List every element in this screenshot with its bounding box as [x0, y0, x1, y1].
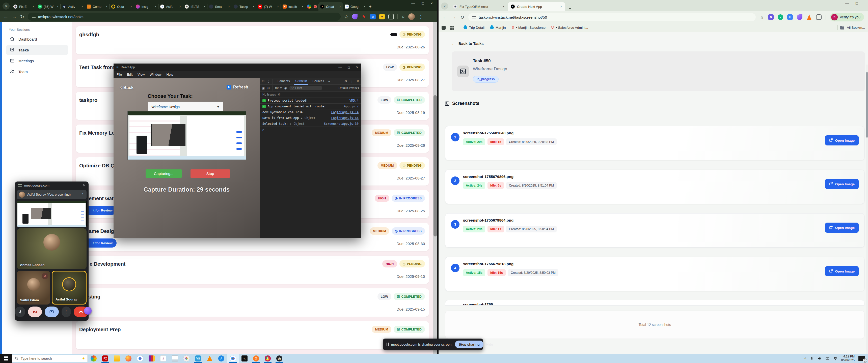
tab-close-icon[interactable]: ×: [364, 4, 366, 8]
tab-search-icon[interactable]: ∨: [2, 2, 9, 9]
close-button[interactable]: ×: [431, 1, 433, 5]
minimize-button[interactable]: —: [845, 1, 849, 5]
scrollbar[interactable]: [866, 65, 868, 354]
browser-tab[interactable]: ▲Create Next App×: [508, 2, 565, 11]
bangla-extension-icon[interactable]: বং: [379, 14, 385, 20]
console-prompt[interactable]: >: [260, 127, 361, 133]
tab-close-icon[interactable]: ×: [130, 4, 132, 8]
browser-tab[interactable]: Sma×: [208, 2, 232, 11]
pen-extension-icon[interactable]: ✎: [361, 14, 367, 20]
start-button[interactable]: [0, 354, 12, 363]
tab-close-icon[interactable]: ×: [560, 4, 562, 8]
all-bookmarks[interactable]: All Bookm...: [847, 26, 865, 30]
sidebar-item-team[interactable]: Team: [6, 67, 68, 77]
task-card[interactable]: Deployment PrepMEDIUM☑COMPLETEDDue: 2025…: [76, 321, 429, 350]
scrollbar[interactable]: [433, 22, 437, 354]
browser-tab[interactable]: ▲Creat×: [318, 2, 343, 11]
open-image-button[interactable]: Open Image: [825, 223, 859, 233]
chrome-profile2-taskbar-button[interactable]: S: [262, 354, 274, 363]
browser-tab[interactable]: ✳Fix TypeORM error×: [450, 2, 508, 11]
site-settings-icon[interactable]: [472, 16, 476, 19]
new-tab-button[interactable]: +: [367, 2, 376, 11]
vscode-taskbar-button[interactable]: VS: [192, 354, 204, 363]
reading-list-icon[interactable]: [441, 26, 445, 30]
participant-tile[interactable]: Saiful Islam: [17, 271, 50, 304]
tab-close-icon[interactable]: ×: [179, 4, 181, 8]
devtools-tab-elements[interactable]: Elements: [276, 78, 291, 85]
browser-tab[interactable]: [305, 2, 318, 11]
scrollbar-thumb[interactable]: [866, 72, 868, 138]
sidebar-toggle-icon[interactable]: ▣: [262, 86, 265, 90]
stop-button[interactable]: Stop: [190, 169, 230, 178]
bookmark-item[interactable]: Trip Detail: [464, 26, 485, 30]
scrollbar-thumb[interactable]: [434, 95, 437, 236]
menu-kebab-icon[interactable]: ⋮: [418, 14, 423, 20]
mic-button[interactable]: [15, 306, 25, 317]
browser-tab[interactable]: 20Goog×: [343, 2, 367, 11]
green-extension-icon[interactable]: ◑: [778, 14, 783, 20]
source-link[interactable]: LoginPage.js:14: [331, 110, 359, 114]
chrome-profile-taskbar-button[interactable]: [227, 354, 239, 363]
levels-dropdown[interactable]: Default levels ▾: [339, 86, 359, 90]
menu-help[interactable]: Help: [166, 73, 173, 76]
devtools-tab-sources[interactable]: Sources: [311, 78, 325, 85]
source-link[interactable]: VM5:4: [349, 99, 359, 102]
task-card[interactable]: stingLOW☑COMPLETEDDue: 2025-09-15: [76, 288, 429, 317]
camera-off-button[interactable]: [28, 306, 42, 317]
browser-tab[interactable]: JComp×: [85, 2, 110, 11]
feather-extension-icon[interactable]: [352, 14, 358, 20]
tab-close-icon[interactable]: ×: [204, 4, 206, 8]
lighthouse-extension-icon[interactable]: [806, 14, 812, 20]
filezilla-taskbar-button[interactable]: FZ: [99, 354, 111, 363]
gear-extension-icon[interactable]: ⚙: [768, 14, 774, 20]
more-options-button[interactable]: ⋮: [62, 306, 71, 317]
xampp-taskbar-button[interactable]: X: [250, 354, 262, 363]
eye-icon[interactable]: ◉: [284, 86, 287, 90]
task-dropdown[interactable]: Wireframe Design ▼: [148, 102, 223, 112]
tab-close-icon[interactable]: ×: [302, 4, 304, 8]
settings-gear-icon[interactable]: ⚙: [344, 79, 347, 83]
inspect-icon[interactable]: ⊡: [262, 79, 265, 83]
vlc-taskbar-button[interactable]: [204, 354, 216, 363]
winrar-taskbar-button[interactable]: [146, 354, 157, 363]
notepad-taskbar-button[interactable]: [169, 354, 181, 363]
tab-close-icon[interactable]: ×: [503, 4, 505, 8]
task-card[interactable]: e DevelopmentHIGH◷PENDINGDue: 2025-09-10: [76, 256, 429, 284]
browser-tab[interactable]: ✳IELTS×: [183, 2, 208, 11]
context-selector[interactable]: top ▾: [275, 86, 282, 90]
browser-tab[interactable]: ◎Activ×: [61, 2, 85, 11]
more-tabs-icon[interactable]: »: [328, 79, 330, 83]
address-bar[interactable]: taskpro.twinstack.net/tasks: [28, 12, 341, 21]
tab-close-icon[interactable]: ×: [253, 4, 255, 8]
capturing-button[interactable]: Capturing...: [146, 169, 182, 178]
screen-record-icon[interactable]: [825, 357, 829, 361]
slack-taskbar-button[interactable]: #: [157, 354, 169, 363]
tab-close-icon[interactable]: ×: [32, 4, 34, 8]
participant-tile-active[interactable]: Asiful Sourav: [52, 271, 87, 304]
open-image-button[interactable]: Open Image: [825, 266, 859, 276]
hide-link[interactable]: Hide: [486, 342, 493, 346]
minimize-button[interactable]: —: [411, 1, 415, 5]
menu-edit[interactable]: Edit: [127, 73, 132, 76]
taskbar-search[interactable]: Type here to search ✦: [12, 355, 88, 362]
menu-view[interactable]: View: [137, 73, 145, 76]
notification-center-icon[interactable]: 2: [859, 356, 865, 361]
browser-tab[interactable]: W(86) W×: [36, 2, 61, 11]
brain-icon[interactable]: [84, 307, 92, 315]
tab-close-icon[interactable]: ×: [57, 4, 59, 8]
fi-extension-icon[interactable]: FI: [787, 14, 793, 20]
firefox-taskbar-button[interactable]: [123, 354, 134, 363]
wifi-icon[interactable]: [833, 357, 837, 361]
media-controls-icon[interactable]: ♫: [401, 14, 405, 20]
extensions-puzzle-icon[interactable]: [388, 14, 394, 20]
object-expander[interactable]: ▸ Object: [301, 116, 316, 120]
verify-profile-button[interactable]: S Verify it's you: [830, 13, 864, 22]
sidebar-item-tasks[interactable]: Tasks: [6, 45, 68, 55]
extensions-puzzle-icon[interactable]: [816, 14, 822, 20]
source-link[interactable]: ScreenshotApp.js:30: [324, 122, 359, 126]
bookmark-item[interactable]: Martjin: [490, 26, 506, 30]
minimize-button[interactable]: —: [338, 66, 342, 69]
tab-close-icon[interactable]: ×: [277, 4, 279, 8]
sidebar-item-meetings[interactable]: Meetings: [6, 56, 68, 66]
menu-file[interactable]: File: [117, 73, 122, 76]
